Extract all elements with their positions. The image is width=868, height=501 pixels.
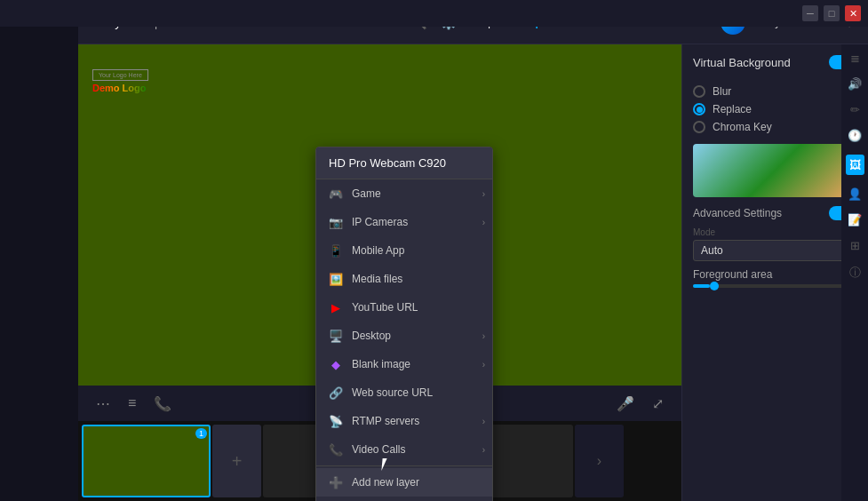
panel-icon-audio[interactable]: 🔊 bbox=[848, 77, 862, 91]
next-button[interactable]: › bbox=[575, 425, 624, 497]
desktop-arrow-icon: › bbox=[482, 331, 485, 341]
menu-item-video-calls[interactable]: 📞 Video Calls › bbox=[316, 435, 492, 464]
panel-icon-draw[interactable]: ✏ bbox=[850, 103, 860, 116]
bg-preview-image[interactable]: › bbox=[693, 144, 857, 197]
foreground-slider[interactable] bbox=[693, 284, 857, 288]
mobile-app-icon: 📱 bbox=[329, 243, 343, 258]
video-calls-icon: 📞 bbox=[329, 442, 343, 457]
desktop-icon: 🖥️ bbox=[329, 329, 343, 343]
menu-item-youtube-url-label: YouTube URL bbox=[352, 301, 418, 314]
foreground-slider-fill bbox=[693, 284, 710, 288]
advanced-settings-label: Advanced Settings bbox=[693, 207, 782, 219]
blank-image-arrow-icon: › bbox=[482, 360, 485, 370]
mode-section: Mode Auto ▾ bbox=[682, 224, 868, 265]
menu-item-web-source-url-label: Web source URL bbox=[352, 386, 433, 399]
menu-item-mobile-app[interactable]: 📱 Mobile App bbox=[316, 236, 492, 265]
panel-header: Virtual Background bbox=[682, 44, 868, 80]
panel-icon-person[interactable]: 👤 bbox=[848, 187, 862, 201]
blank-image-icon: ◆ bbox=[329, 357, 343, 371]
blur-radio[interactable] bbox=[693, 85, 705, 98]
menu-item-mobile-app-label: Mobile App bbox=[352, 244, 404, 257]
rtmp-arrow-icon: › bbox=[482, 417, 485, 426]
layers-icon[interactable]: ≡ bbox=[128, 395, 136, 411]
panel-icon-display-active[interactable]: 🖼 bbox=[846, 155, 864, 175]
foreground-slider-thumb[interactable] bbox=[710, 282, 719, 290]
replace-option[interactable]: Replace bbox=[693, 103, 857, 115]
add-source-button[interactable]: + bbox=[212, 425, 261, 497]
menu-item-ip-cameras[interactable]: 📷 IP Cameras › bbox=[316, 208, 492, 236]
panel-icon-info[interactable]: ⓘ bbox=[849, 265, 861, 281]
menu-item-rtmp-servers-label: RTMP servers bbox=[352, 415, 419, 427]
menu-item-blank-image[interactable]: ◆ Blank image › bbox=[316, 350, 492, 378]
rtmp-icon: 📡 bbox=[329, 414, 343, 428]
mic-icon[interactable]: 🎤 bbox=[617, 395, 634, 412]
maximize-button[interactable]: □ bbox=[824, 5, 840, 21]
game-arrow-icon: › bbox=[482, 189, 485, 199]
panel-right-toolbar: ≣ 🔊 ✏ 🕐 🖼 👤 📝 ⊞ ⓘ bbox=[841, 44, 868, 501]
menu-item-game-label: Game bbox=[352, 187, 381, 200]
menu-item-game[interactable]: 🎮 Game › bbox=[316, 179, 492, 208]
mode-dropdown[interactable]: Auto ▾ bbox=[693, 240, 857, 261]
menu-item-youtube-url[interactable]: ▶ YouTube URL bbox=[316, 293, 492, 322]
video-calls-arrow-icon: › bbox=[482, 445, 485, 455]
replace-label: Replace bbox=[713, 103, 752, 115]
context-menu: HD Pro Webcam C920 🎮 Game › 📷 IP Cameras… bbox=[315, 147, 493, 501]
menu-item-web-source-url[interactable]: 🔗 Web source URL bbox=[316, 378, 492, 407]
panel-icon-clock[interactable]: 🕐 bbox=[848, 129, 862, 142]
panel-icon-stream[interactable]: ≣ bbox=[850, 52, 860, 65]
media-files-icon: 🖼️ bbox=[329, 272, 343, 286]
ip-camera-icon: 📷 bbox=[329, 215, 343, 229]
right-panel: Virtual Background Blur Replace Chroma K… bbox=[681, 44, 868, 501]
fullscreen-icon[interactable]: ⤢ bbox=[652, 395, 664, 412]
audio-icon[interactable]: 📞 bbox=[154, 395, 171, 412]
add-layer-icon: ➕ bbox=[329, 475, 343, 489]
foreground-label: Foreground area bbox=[693, 268, 857, 281]
context-menu-title: HD Pro Webcam C920 bbox=[316, 147, 492, 179]
menu-item-manage-layers[interactable]: 📋 Manage layers › bbox=[316, 497, 492, 501]
menu-item-desktop-label: Desktop bbox=[352, 330, 391, 342]
chroma-label: Chroma Key bbox=[713, 121, 772, 133]
menu-item-ip-cameras-label: IP Cameras bbox=[352, 216, 408, 228]
replace-radio[interactable] bbox=[693, 103, 705, 115]
chroma-key-option[interactable]: Chroma Key bbox=[693, 121, 857, 133]
bg-options-group: Blur Replace Chroma Key bbox=[682, 80, 868, 139]
blur-option[interactable]: Blur bbox=[693, 85, 857, 98]
mode-value: Auto bbox=[701, 244, 723, 257]
blur-label: Blur bbox=[713, 85, 731, 98]
demo-logo-overlay: Your Logo Here Demo Logo bbox=[92, 69, 148, 93]
demo-logo-text: Demo Logo bbox=[92, 83, 148, 93]
menu-item-add-new-layer-label: Add new layer bbox=[352, 476, 419, 489]
mode-label: Mode bbox=[693, 227, 857, 237]
close-button[interactable]: ✕ bbox=[845, 5, 861, 21]
mouse-cursor bbox=[382, 458, 394, 476]
advanced-settings-row: Advanced Settings bbox=[682, 203, 868, 224]
foreground-section: Foreground area bbox=[682, 265, 868, 291]
youtube-icon: ▶ bbox=[329, 300, 343, 314]
menu-item-add-new-layer[interactable]: ➕ Add new layer bbox=[316, 468, 492, 497]
chroma-radio[interactable] bbox=[693, 121, 705, 133]
ip-cameras-arrow-icon: › bbox=[482, 218, 485, 227]
menu-divider bbox=[316, 465, 492, 466]
menu-item-blank-image-label: Blank image bbox=[352, 358, 410, 370]
thumbnail-1[interactable]: 1 bbox=[82, 425, 211, 497]
minimize-button[interactable]: ─ bbox=[802, 5, 818, 21]
menu-item-desktop[interactable]: 🖥️ Desktop › bbox=[316, 322, 492, 350]
web-source-icon: 🔗 bbox=[329, 386, 343, 400]
virtual-bg-title: Virtual Background bbox=[693, 56, 791, 69]
menu-item-media-files-label: Media files bbox=[352, 273, 402, 285]
game-icon: 🎮 bbox=[329, 187, 343, 201]
thumbnail-badge: 1 bbox=[195, 428, 207, 439]
menu-item-video-calls-label: Video Calls bbox=[352, 443, 405, 456]
menu-dots-icon[interactable]: ⋯ bbox=[96, 395, 110, 412]
menu-item-rtmp-servers[interactable]: 📡 RTMP servers › bbox=[316, 407, 492, 435]
menu-item-media-files[interactable]: 🖼️ Media files bbox=[316, 265, 492, 293]
panel-icon-grid[interactable]: ⊞ bbox=[850, 239, 860, 252]
panel-icon-script[interactable]: 📝 bbox=[848, 213, 862, 227]
